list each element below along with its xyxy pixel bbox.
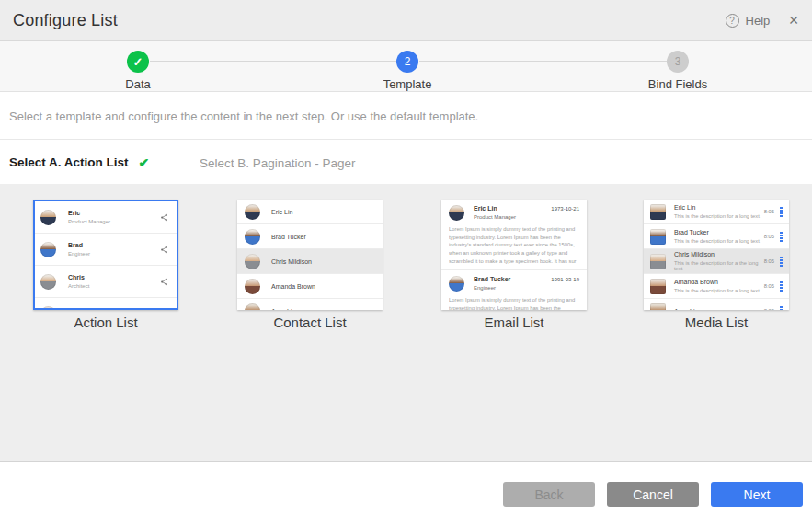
list-item: Brad Engineer [35, 234, 177, 266]
share-icon [160, 246, 168, 254]
item-duration: 8:05 [764, 308, 774, 310]
avatar [245, 254, 260, 269]
next-button[interactable]: Next [711, 482, 803, 507]
item-name: Chris [68, 274, 89, 280]
select-a-action-list[interactable]: Select A. Action List ✔ [9, 155, 149, 170]
drag-dots-icon [780, 207, 783, 217]
list-item-selected: Chris Mildison [237, 249, 383, 274]
item-subtitle: Architect [68, 283, 89, 289]
item-name: Brad Tucker [474, 276, 510, 282]
step-bind-fields[interactable]: 3 Bind Fields [613, 41, 742, 91]
avatar [40, 306, 56, 311]
template-card-contact-list[interactable]: Eric Lin Brad Tucker Chris Mildison Aman… [237, 200, 383, 310]
item-duration: 8:05 [764, 234, 774, 239]
template-card-action-list[interactable]: Eric Product Manager Brad Engineer Chris… [33, 200, 178, 310]
step-label: Bind Fields [613, 77, 742, 91]
template-card-media-list[interactable]: Eric Lin This is the description for a l… [644, 200, 789, 310]
item-name: Eric [68, 210, 110, 216]
step-done-check-icon: ✓ [127, 51, 149, 73]
item-name: Chris Mildison [674, 251, 764, 258]
cancel-button[interactable]: Cancel [607, 482, 699, 507]
list-item: Eric Lin This is the description for a l… [644, 200, 789, 224]
close-icon[interactable]: ✕ [788, 13, 799, 28]
list-item: Brad Tucker This is the description for … [644, 224, 789, 249]
item-name: Amanda Brown [271, 283, 315, 290]
item-date: 1973-10-21 [551, 206, 579, 212]
step-data[interactable]: ✓ Data [74, 41, 202, 91]
list-item: Eric Product Manager [35, 201, 177, 234]
item-description: This is the description for a the long t… [674, 260, 764, 271]
drag-dots-icon [780, 306, 783, 311]
item-name: Chris Mildison [271, 258, 312, 265]
item-duration: 8:05 [764, 283, 774, 289]
item-role: Engineer [474, 285, 510, 291]
template-label-action-list: Action List [33, 315, 178, 330]
avatar [650, 279, 666, 294]
item-name: Brad Tucker [271, 234, 306, 240]
avatar [40, 274, 56, 290]
step-number: 2 [396, 51, 418, 73]
template-card-email-list[interactable]: Eric Lin Product Manager 1973-10-21 Lore… [441, 200, 587, 310]
help-icon: ? [726, 14, 739, 28]
drag-dots-icon [780, 232, 783, 242]
item-name: Brad [68, 242, 90, 248]
item-duration: 8:05 [764, 258, 774, 264]
avatar [650, 303, 666, 311]
list-item: Amanda [35, 298, 177, 310]
list-item: Jane Lisa 8:05 [644, 299, 789, 310]
avatar [449, 205, 464, 221]
dialog-title: Configure List [13, 11, 118, 30]
item-subtitle: Product Manager [68, 219, 110, 224]
wizard-stepper: ✓ Data 2 Template 3 Bind Fields [0, 41, 812, 92]
help-label: Help [746, 14, 771, 28]
item-description: This is the description for a long text [674, 288, 760, 293]
item-name: Jane Lisa [674, 308, 702, 311]
item-body: Lorem Ipsum is simply dummy text of the … [449, 296, 579, 310]
avatar [40, 210, 56, 225]
list-item: Amanda Brown [237, 274, 383, 299]
list-item: Jane Lisa [237, 299, 383, 310]
list-item: Eric Lin Product Manager 1973-10-21 Lore… [441, 200, 587, 270]
list-item: Brad Tucker Engineer 1991-03-19 Lorem Ip… [441, 270, 587, 310]
item-description: This is the description for a long text [674, 238, 760, 244]
item-body: Lorem Ipsum is simply dummy text of the … [449, 225, 579, 265]
avatar [449, 276, 464, 292]
avatar [245, 279, 260, 294]
avatar [245, 303, 260, 311]
help-button[interactable]: ? Help [726, 14, 771, 28]
select-row: Select A. Action List ✔ Select B. Pagina… [0, 141, 812, 184]
template-gallery: Eric Product Manager Brad Engineer Chris… [0, 184, 812, 462]
avatar [650, 254, 666, 269]
step-label: Template [343, 77, 472, 91]
drag-dots-icon [780, 281, 783, 292]
step-number: 3 [667, 51, 689, 73]
list-item: Chris Architect [35, 266, 177, 298]
item-description: This is the description for a long text [674, 213, 760, 219]
item-duration: 8:05 [764, 209, 774, 214]
back-button[interactable]: Back [503, 482, 595, 507]
avatar [245, 229, 260, 245]
step-label: Data [74, 77, 202, 91]
header-actions: ? Help ✕ [726, 13, 799, 28]
avatar [245, 204, 260, 220]
share-icon [160, 213, 168, 222]
item-date: 1991-03-19 [551, 277, 579, 282]
template-label-email-list: Email List [441, 315, 587, 330]
dialog-header: Configure List ? Help ✕ [0, 0, 812, 41]
list-item: Eric Lin [237, 200, 383, 224]
avatar [40, 242, 56, 258]
list-item: Brad Tucker [237, 224, 383, 249]
item-name: Amanda Brown [674, 279, 760, 285]
step-template[interactable]: 2 Template [343, 41, 472, 91]
item-name: Brad Tucker [674, 229, 760, 235]
dialog-footer: Back Cancel Next [0, 462, 812, 515]
item-name: Eric Lin [271, 209, 292, 215]
item-name: Eric Lin [674, 204, 760, 211]
share-icon [160, 278, 168, 286]
template-label-media-list: Media List [644, 315, 789, 330]
template-label-contact-list: Contact List [237, 315, 383, 330]
item-name: Eric Lin [474, 205, 516, 212]
item-role: Product Manager [474, 214, 516, 220]
list-item: Amanda Brown This is the description for… [644, 274, 789, 299]
select-b-pagination[interactable]: Select B. Pagination - Pager [200, 155, 356, 169]
